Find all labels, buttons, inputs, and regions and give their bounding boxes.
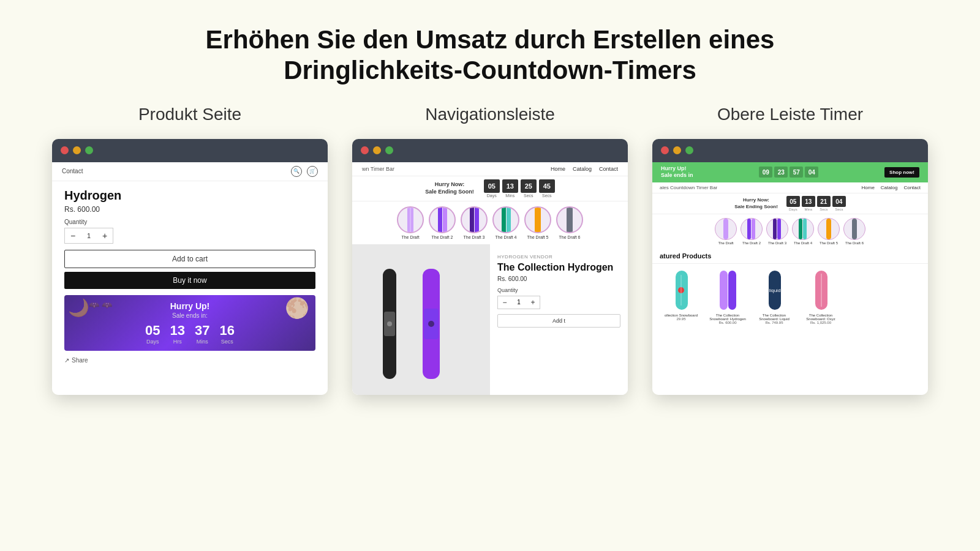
nav-product-label-5: The Draft 5 [527, 235, 548, 239]
nav-qty-minus[interactable]: − [498, 296, 511, 309]
topbar-circle-img-5 [818, 218, 840, 240]
search-icon-1[interactable]: 🔍 [291, 166, 302, 177]
nav-product-name: The Collection Hydrogen [497, 262, 620, 273]
topbar-circle-3[interactable]: The Draft 3 [766, 218, 788, 245]
topbar-nav-contact[interactable]: Contact [903, 185, 921, 190]
dot-yellow-3[interactable] [673, 146, 681, 154]
nav-product-6[interactable]: The Draft 6 [556, 206, 583, 239]
dot-red-2[interactable] [361, 146, 369, 154]
topbar-timer-4: 04 [805, 167, 818, 178]
nav-product-circle-3 [461, 206, 488, 233]
topbar-product-name-2: The Collection Snowboard: Hydrogen [706, 313, 749, 321]
nav-product-label-3: The Draft 3 [463, 235, 484, 239]
dot-yellow-1[interactable] [73, 146, 81, 154]
browser-window-3: Hurry Up! Sale ends in 09 23 57 04 Shop … [652, 139, 928, 395]
topbar-product-card-2[interactable]: The Collection Snowboard: Hydrogen Rs. 6… [706, 269, 749, 324]
buy-it-now-button[interactable]: Buy it now [64, 272, 315, 289]
share-link[interactable]: ↗ Share [64, 357, 315, 364]
nav-home[interactable]: Home [551, 166, 565, 172]
topbar-timer-1: 09 [759, 167, 772, 178]
column-2-title: Navigationsleiste [425, 105, 555, 124]
countdown-mins: 37 Mins [195, 324, 209, 345]
topbar-product-name-4: The Collection Snowboard: Oxyz [799, 313, 842, 321]
svg-rect-19 [773, 219, 777, 239]
topbar-circle-1[interactable]: The Draft [715, 218, 737, 245]
topbar-contact[interactable]: Contact [62, 168, 83, 174]
topbar-product-card-1[interactable]: ollection Snowboard 29.95 [660, 269, 703, 324]
green-top-bar: Hurry Up! Sale ends in 09 23 57 04 Shop … [652, 162, 928, 182]
topbar-circle-img-3 [766, 218, 788, 240]
dot-green-3[interactable] [685, 146, 693, 154]
dot-green-1[interactable] [85, 146, 93, 154]
nav-timer-mins-label: Mins [505, 193, 514, 198]
topbar-hurry-sub: Sale ends in [661, 172, 693, 179]
topbar-circle-2[interactable]: The Draft 2 [741, 218, 763, 245]
topbar-circle-4[interactable]: The Draft 4 [792, 218, 814, 245]
nav-timer-secs-label: Secs [524, 193, 533, 198]
topbar-timer-row: 09 23 57 04 [759, 167, 818, 178]
topbar-nav-catalog[interactable]: Catalog [881, 185, 898, 190]
topbar-circle-5[interactable]: The Draft 5 [818, 218, 840, 245]
countdown-numbers: 05 Days 13 Hrs 37 Mins [73, 324, 307, 345]
nav-product-info: HYDROGEN VENDOR The Collection Hydrogen … [490, 244, 628, 395]
dot-red-1[interactable] [61, 146, 69, 154]
qty-value: 1 [81, 232, 97, 239]
nav-hurry-text: Hurry Now: Sale Ending Soon! [425, 181, 474, 195]
svg-rect-2 [438, 206, 442, 233]
nav-timer-days-box: 05 [484, 179, 500, 193]
dot-red-3[interactable] [661, 146, 669, 154]
topbar-product-card-3[interactable]: liquid The Collection Snowboard: Liquid … [753, 269, 796, 324]
topbar-circle-label-1: The Draft [718, 241, 733, 245]
dot-yellow-2[interactable] [373, 146, 381, 154]
topbar-product-card-4[interactable]: The Collection Snowboard: Oxyz Rs. 1,025… [799, 269, 842, 324]
countdown-mins-label: Mins [197, 339, 208, 345]
svg-rect-23 [826, 219, 831, 239]
nav-add-button[interactable]: Add t [497, 314, 620, 328]
svg-rect-21 [799, 219, 802, 239]
add-to-cart-button[interactable]: Add to cart [64, 250, 315, 268]
topbar-product-price-4: Rs. 1,025.00 [810, 321, 831, 324]
nav-catalog[interactable]: Catalog [573, 166, 592, 172]
qty-plus[interactable]: + [97, 228, 113, 243]
topbar-circle-label-6: The Draft 6 [845, 241, 864, 245]
nav-product-1[interactable]: The Draft [397, 206, 424, 239]
nav-contact[interactable]: Contact [599, 166, 618, 172]
nav-product-circles-row: The Draft The Draft 2 [352, 201, 628, 244]
shop-now-button[interactable]: Shop now! [884, 167, 919, 178]
svg-rect-4 [470, 206, 474, 233]
topbar-circle-img-1 [715, 218, 737, 240]
nav-product-label-4: The Draft 4 [495, 235, 516, 239]
dot-green-2[interactable] [385, 146, 393, 154]
svg-rect-5 [475, 206, 479, 233]
topbar-inner-extra: 04 Secs [832, 196, 846, 211]
quantity-stepper[interactable]: − 1 + [64, 228, 113, 244]
nav-product-vendor: HYDROGEN VENDOR [497, 254, 620, 260]
topbar-circle-6[interactable]: The Draft 6 [843, 218, 865, 245]
cart-icon-1[interactable]: 🛒 [307, 166, 318, 177]
countdown-hrs-label: Hrs [173, 339, 182, 345]
column-top-bar: Obere Leiste Timer Hurry Up! Sale ends i… [652, 105, 928, 395]
svg-rect-24 [852, 219, 857, 239]
qty-minus[interactable]: − [65, 228, 81, 243]
topbar-product-name-3: The Collection Snowboard: Liquid [753, 313, 796, 321]
topbar-nav-links: Home Catalog Contact [862, 185, 921, 190]
countdown-banner: 🦇 🦇 Hurry Up! Sale ends in: 05 Days 13 H… [64, 295, 315, 351]
countdown-days-label: Days [146, 339, 159, 345]
nav-main-area: HYDROGEN VENDOR The Collection Hydrogen … [352, 244, 628, 395]
topbar-inner-extra-label: Secs [835, 208, 843, 211]
nav-product-5[interactable]: The Draft 5 [524, 206, 551, 239]
nav-product-2[interactable]: The Draft 2 [429, 206, 456, 239]
nav-quantity-stepper[interactable]: − 1 + [497, 296, 540, 309]
topbar-circle-label-5: The Draft 5 [820, 241, 838, 245]
nav-product-circle-4 [492, 206, 519, 233]
column-nav-bar: Navigationsleiste wn Timer Bar Home Cata… [352, 105, 628, 395]
topbar-nav-home[interactable]: Home [862, 185, 875, 190]
nav-product-4[interactable]: The Draft 4 [492, 206, 519, 239]
nav-timer-mins-box: 13 [502, 179, 518, 193]
nav-product-price: Rs. 600.00 [497, 276, 620, 282]
nav-brand: wn Timer Bar [362, 166, 394, 172]
nav-qty-plus[interactable]: + [526, 296, 540, 309]
nav-product-circle-6 [556, 206, 583, 233]
nav-product-3[interactable]: The Draft 3 [461, 206, 488, 239]
product-title: Hydrogen [64, 189, 315, 203]
